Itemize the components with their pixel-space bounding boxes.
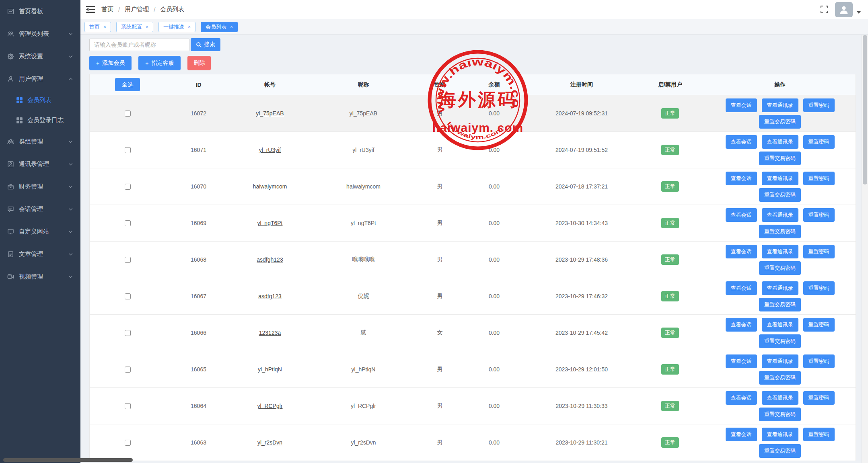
select-all-button[interactable]: 全选 [115, 78, 140, 91]
reset-trade-password-button[interactable]: 重置交易密码 [759, 334, 801, 348]
breadcrumb-item[interactable]: 首页 [101, 6, 113, 13]
view-session-button[interactable]: 查看会话 [726, 135, 757, 149]
view-session-button[interactable]: 查看会话 [726, 428, 757, 441]
row-checkbox[interactable] [125, 293, 131, 299]
view-session-button[interactable]: 查看会话 [726, 208, 757, 222]
sidebar-item-4[interactable]: 群组管理 [0, 130, 80, 153]
row-checkbox[interactable] [125, 111, 131, 117]
row-registered-time: 2023-10-29 12:01:50 [527, 366, 636, 373]
account-link[interactable]: yl_ngT6Pt [257, 220, 282, 226]
view-session-button[interactable]: 查看会话 [726, 281, 757, 295]
view-session-button[interactable]: 查看会话 [726, 245, 757, 258]
account-link[interactable]: asdfg123 [258, 293, 282, 299]
table-row: 16072yl_75pEAByl_75pEAB男0.002024-07-19 0… [90, 95, 856, 132]
sidebar-item-0[interactable]: 首页看板 [0, 0, 80, 23]
account-link[interactable]: asdfgh123 [257, 256, 283, 263]
breadcrumb-item[interactable]: 会员列表 [160, 6, 184, 13]
view-contacts-button[interactable]: 查看通讯录 [762, 245, 798, 258]
sidebar-item-10[interactable]: 视频管理 [0, 265, 80, 288]
search-input[interactable] [89, 39, 189, 51]
horizontal-scrollbar-thumb[interactable] [3, 458, 133, 462]
reset-password-button[interactable]: 重置密码 [803, 281, 835, 295]
sidebar-item-6[interactable]: 财务管理 [0, 175, 80, 198]
view-session-button[interactable]: 查看会话 [726, 318, 757, 332]
reset-password-button[interactable]: 重置密码 [803, 98, 835, 112]
tab-3[interactable]: 会员列表× [201, 22, 238, 32]
tab-close-icon[interactable]: × [103, 24, 106, 30]
view-contacts-button[interactable]: 查看通讯录 [762, 391, 798, 405]
account-link[interactable]: haiwaiymcom [253, 183, 287, 190]
row-checkbox[interactable] [125, 220, 131, 226]
reset-password-button[interactable]: 重置密码 [803, 428, 835, 441]
view-session-button[interactable]: 查看会话 [726, 172, 757, 185]
search-button[interactable]: 搜索 [191, 38, 220, 51]
sidebar-item-1[interactable]: 管理员列表 [0, 23, 80, 45]
sidebar-item-8[interactable]: 自定义网站 [0, 220, 80, 243]
row-checkbox[interactable] [125, 403, 131, 409]
row-nickname: yl_RCPglr [308, 403, 419, 409]
reset-trade-password-button[interactable]: 重置交易密码 [759, 115, 801, 129]
reset-password-button[interactable]: 重置密码 [803, 172, 835, 185]
user-menu-caret-icon[interactable] [857, 11, 861, 14]
row-checkbox[interactable] [125, 330, 131, 336]
tab-close-icon[interactable]: × [146, 24, 148, 30]
fullscreen-icon[interactable] [820, 5, 829, 14]
reset-trade-password-button[interactable]: 重置交易密码 [759, 188, 801, 202]
view-contacts-button[interactable]: 查看通讯录 [762, 318, 798, 332]
account-link[interactable]: yl_r2sDvn [257, 439, 282, 446]
reset-password-button[interactable]: 重置密码 [803, 135, 835, 149]
reset-trade-password-button[interactable]: 重置交易密码 [759, 225, 801, 238]
tab-0[interactable]: 首页× [84, 22, 111, 32]
reset-trade-password-button[interactable]: 重置交易密码 [759, 298, 801, 311]
vertical-scrollbar[interactable] [862, 35, 868, 463]
view-session-button[interactable]: 查看会话 [726, 98, 757, 112]
reset-password-button[interactable]: 重置密码 [803, 391, 835, 405]
view-contacts-button[interactable]: 查看通讯录 [762, 172, 798, 185]
vertical-scrollbar-thumb[interactable] [863, 35, 867, 184]
view-contacts-button[interactable]: 查看通讯录 [762, 208, 798, 222]
sidebar-item-9[interactable]: 文章管理 [0, 243, 80, 265]
view-contacts-button[interactable]: 查看通讯录 [762, 428, 798, 441]
reset-trade-password-button[interactable]: 重置交易密码 [759, 371, 801, 385]
row-checkbox[interactable] [125, 184, 131, 190]
reset-trade-password-button[interactable]: 重置交易密码 [759, 152, 801, 165]
reset-password-button[interactable]: 重置密码 [803, 245, 835, 258]
add-member-button[interactable]: + 添加会员 [89, 56, 132, 70]
sidebar-subitem-3-1[interactable]: 会员登录日志 [0, 110, 80, 130]
reset-trade-password-button[interactable]: 重置交易密码 [759, 444, 801, 458]
tab-2[interactable]: 一键推送× [158, 22, 195, 32]
account-link[interactable]: 123123a [259, 330, 281, 336]
sidebar-subitem-3-0[interactable]: 会员列表 [0, 90, 80, 110]
view-contacts-button[interactable]: 查看通讯录 [762, 281, 798, 295]
reset-trade-password-button[interactable]: 重置交易密码 [759, 261, 801, 275]
account-link[interactable]: yl_RCPglr [257, 403, 282, 409]
assign-service-button[interactable]: + 指定客服 [138, 56, 181, 70]
account-link[interactable]: yl_hPtlqN [258, 366, 282, 373]
view-contacts-button[interactable]: 查看通讯录 [762, 354, 798, 368]
account-link[interactable]: yl_rU3yif [259, 147, 281, 153]
row-checkbox[interactable] [125, 147, 131, 153]
tab-close-icon[interactable]: × [230, 24, 233, 30]
reset-trade-password-button[interactable]: 重置交易密码 [759, 408, 801, 421]
row-checkbox[interactable] [125, 367, 131, 373]
avatar[interactable] [835, 2, 853, 17]
tab-close-icon[interactable]: × [188, 24, 191, 30]
reset-password-button[interactable]: 重置密码 [803, 318, 835, 332]
reset-password-button[interactable]: 重置密码 [803, 354, 835, 368]
reset-password-button[interactable]: 重置密码 [803, 208, 835, 222]
row-checkbox[interactable] [125, 257, 131, 263]
row-checkbox[interactable] [125, 440, 131, 446]
view-contacts-button[interactable]: 查看通讯录 [762, 135, 798, 149]
account-link[interactable]: yl_75pEAB [256, 110, 284, 117]
breadcrumb-item[interactable]: 用户管理 [125, 6, 149, 13]
sidebar-item-7[interactable]: 会话管理 [0, 198, 80, 220]
delete-button[interactable]: 删除 [187, 56, 211, 70]
sidebar-item-2[interactable]: 系统设置 [0, 45, 80, 68]
sidebar-collapse-icon[interactable] [86, 6, 95, 13]
tab-1[interactable]: 系统配置× [116, 22, 153, 32]
sidebar-item-3[interactable]: 用户管理 [0, 68, 80, 90]
sidebar-item-5[interactable]: 通讯录管理 [0, 153, 80, 175]
view-contacts-button[interactable]: 查看通讯录 [762, 98, 798, 112]
view-session-button[interactable]: 查看会话 [726, 354, 757, 368]
view-session-button[interactable]: 查看会话 [726, 391, 757, 405]
